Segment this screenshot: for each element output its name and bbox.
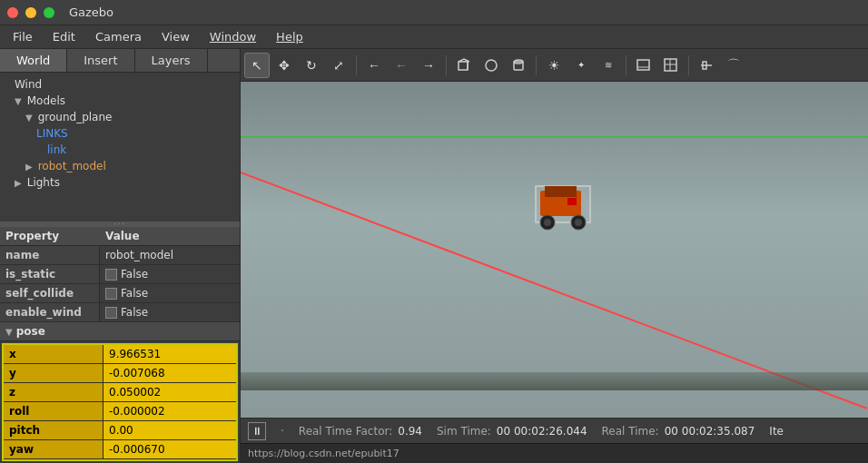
pose-x-val[interactable]: 9.966531 — [104, 345, 236, 363]
isstatic-checkbox-container: False — [105, 268, 234, 281]
redo-btn[interactable]: → — [416, 53, 441, 78]
tree-rm-label: robot_model — [38, 160, 106, 172]
dir-light-btn[interactable]: ≋ — [596, 53, 621, 78]
rtf-label: Real Time Factor: — [299, 425, 392, 438]
sphere-shape-btn[interactable] — [478, 53, 504, 78]
tree-ground-plane[interactable]: ▼ ground_plane — [0, 109, 240, 125]
box-shape-btn[interactable] — [451, 53, 477, 78]
tree-lights[interactable]: ▶ Lights — [0, 174, 240, 191]
tree-models[interactable]: ▼ Models — [0, 93, 240, 109]
prop-name-key: name — [0, 246, 100, 264]
tree-wind[interactable]: Wind — [0, 76, 240, 93]
floor-tool-btn[interactable] — [631, 53, 656, 78]
undo-btn[interactable]: ← — [361, 53, 387, 78]
cylinder-shape-btn[interactable] — [506, 53, 531, 78]
properties-panel: Property Value name robot_model is_stati… — [0, 227, 240, 463]
tree-gp-arrow: ▼ — [25, 113, 33, 123]
main-layout: World Insert Layers Wind ▼ Models ▼ grou… — [0, 49, 868, 463]
pose-label: pose — [16, 325, 45, 338]
tab-world[interactable]: World — [0, 49, 67, 72]
prop-selfcollide-row: self_collide False — [0, 284, 240, 303]
undo-btn-2[interactable]: ← — [389, 53, 414, 78]
pose-rows-container: x 9.966531 y -0.007068 z 0.050002 roll -… — [2, 343, 238, 461]
prop-header-property: Property — [5, 230, 105, 242]
tree-robot-model[interactable]: ▶ robot_model — [0, 158, 240, 174]
svg-rect-0 — [459, 62, 468, 70]
prop-name-row: name robot_model — [0, 246, 240, 265]
realtime-section: Real Time: 00 00:02:35.087 — [602, 425, 755, 438]
pose-roll-val[interactable]: -0.000002 — [104, 402, 236, 420]
menu-camera[interactable]: Camera — [86, 28, 151, 45]
dot-indicator: · — [281, 425, 284, 438]
pose-roll-row: roll -0.000002 — [4, 402, 236, 421]
tab-insert[interactable]: Insert — [67, 49, 134, 72]
align-tool-btn[interactable] — [694, 53, 719, 78]
isstatic-checkbox[interactable] — [105, 269, 117, 281]
pose-pitch-val[interactable]: 0.00 — [104, 421, 236, 439]
box-icon — [457, 58, 471, 73]
svg-rect-20 — [567, 198, 577, 205]
sep-4 — [626, 55, 626, 75]
menu-file[interactable]: File — [4, 28, 42, 45]
minimize-btn[interactable] — [25, 7, 36, 18]
menubar: File Edit Camera View Window Help — [0, 25, 868, 49]
grid-tool-btn[interactable] — [658, 53, 684, 78]
tree-lights-arrow: ▶ — [15, 178, 22, 188]
selfcollide-checkbox[interactable] — [105, 288, 117, 300]
align-icon — [699, 58, 714, 73]
maximize-btn[interactable] — [44, 7, 54, 18]
select-tool-btn[interactable]: ↖ — [244, 53, 270, 78]
menu-edit[interactable]: Edit — [44, 28, 84, 45]
close-btn[interactable] — [7, 7, 18, 18]
url-text: https://blog.csdn.net/epubit17 — [248, 448, 399, 459]
pose-pitch-key: pitch — [4, 421, 104, 439]
menu-window[interactable]: Window — [201, 28, 265, 45]
rotate-tool-btn[interactable]: ↻ — [299, 53, 324, 78]
menu-view[interactable]: View — [153, 28, 199, 45]
move-tool-btn[interactable]: ✥ — [271, 53, 297, 78]
prop-isstatic-val[interactable]: False — [100, 265, 240, 283]
pose-x-row: x 9.966531 — [4, 345, 236, 364]
scene-tree: Wind ▼ Models ▼ ground_plane LINKS link … — [0, 73, 240, 222]
sep-2 — [446, 55, 447, 75]
right-handle: ··· — [860, 243, 868, 256]
spot-light-btn[interactable]: ✦ — [568, 53, 594, 78]
rtf-value: 0.94 — [398, 425, 422, 438]
wind-checkbox[interactable] — [105, 307, 117, 319]
svg-point-18 — [544, 219, 551, 226]
pose-arrow: ▼ — [5, 327, 13, 337]
horizon-line — [241, 136, 868, 138]
pose-y-val[interactable]: -0.007068 — [104, 364, 236, 382]
menu-help[interactable]: Help — [267, 28, 312, 45]
realtime-value: 00 00:02:35.087 — [665, 425, 755, 438]
tree-links-label: LINKS — [36, 127, 68, 140]
curve-tool-btn[interactable]: ⌒ — [721, 53, 746, 78]
tab-layers[interactable]: Layers — [135, 49, 208, 72]
tree-links[interactable]: LINKS — [0, 125, 240, 142]
scale-tool-btn[interactable]: ⤢ — [326, 53, 351, 78]
selfcollide-label: False — [121, 287, 148, 300]
tree-lights-label: Lights — [27, 176, 60, 189]
robot-svg — [531, 182, 613, 241]
prop-selfcollide-val[interactable]: False — [100, 284, 240, 302]
tree-gp-label: ground_plane — [38, 111, 113, 123]
prop-name-val[interactable]: robot_model — [100, 246, 240, 264]
wind-checkbox-container: False — [105, 306, 234, 319]
pose-y-key: y — [4, 364, 104, 382]
red-line-svg — [241, 82, 868, 418]
pose-yaw-val[interactable]: -0.000670 — [104, 440, 236, 458]
pose-z-val[interactable]: 0.050002 — [104, 383, 236, 401]
3d-viewport[interactable]: ··· — [241, 82, 868, 418]
realtime-label: Real Time: — [602, 425, 659, 438]
tree-models-label: Models — [27, 94, 65, 107]
sun-light-btn[interactable]: ☀ — [541, 53, 567, 78]
svg-point-1 — [486, 60, 497, 71]
cylinder-icon — [511, 58, 526, 73]
tree-link[interactable]: link — [0, 142, 240, 158]
pose-z-row: z 0.050002 — [4, 383, 236, 402]
prop-wind-val[interactable]: False — [100, 303, 240, 321]
pause-btn[interactable]: ⏸ — [248, 422, 266, 440]
pose-yaw-key: yaw — [4, 440, 104, 458]
sep-3 — [536, 55, 537, 75]
isstatic-label: False — [121, 268, 148, 281]
